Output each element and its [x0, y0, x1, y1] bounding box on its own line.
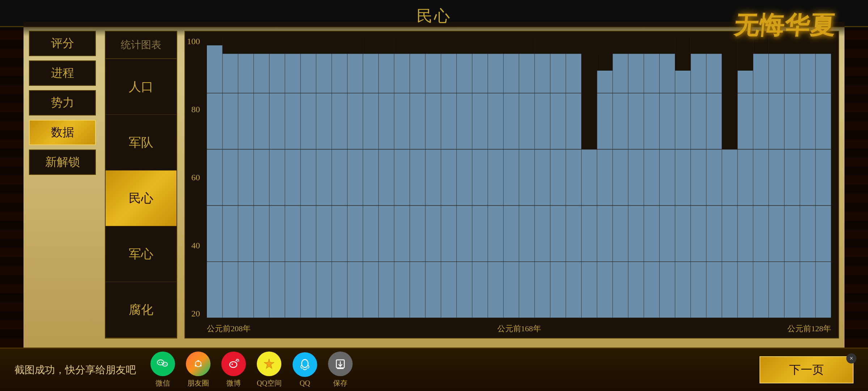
wechat-label: 微信 — [156, 378, 170, 388]
nav-btn-progress[interactable]: 进程 — [29, 60, 96, 86]
svg-point-71 — [195, 365, 197, 367]
game-logo: 无悔华夏 — [727, 2, 843, 49]
screenshot-message: 截图成功，快分享给朋友吧 — [14, 363, 136, 377]
y-label-80: 80 — [187, 105, 200, 114]
save-label: 保存 — [333, 378, 348, 388]
svg-point-69 — [197, 360, 199, 362]
nav-btn-unlock[interactable]: 新解锁 — [29, 150, 96, 175]
chart-svg — [207, 37, 831, 318]
next-page-button[interactable]: 下一页 × — [760, 356, 854, 383]
nav-panel: 评分 进程 势力 数据 新解锁 — [29, 31, 96, 175]
svg-point-70 — [200, 365, 202, 367]
svg-rect-50 — [394, 37, 519, 54]
svg-rect-58 — [722, 37, 737, 149]
qq-label: QQ — [299, 379, 310, 387]
share-qqspace-btn[interactable]: QQ空间 — [257, 352, 282, 388]
y-label-100: 100 — [187, 37, 200, 46]
svg-point-63 — [159, 362, 160, 363]
svg-rect-54 — [597, 37, 613, 71]
svg-point-72 — [230, 362, 237, 367]
nav-btn-data[interactable]: 数据 — [29, 120, 96, 145]
svg-point-62 — [157, 360, 164, 365]
nav-btn-power[interactable]: 势力 — [29, 90, 96, 115]
y-label-20: 20 — [187, 309, 200, 318]
sub-btn-corruption[interactable]: 腐化 — [106, 282, 176, 338]
chart-container: 100 80 60 40 20 — [184, 31, 839, 339]
sub-menu-panel: 统计图表 人口 军队 民心 军心 腐化 — [105, 31, 177, 339]
weibo-label: 微博 — [226, 378, 241, 388]
svg-rect-56 — [675, 37, 691, 71]
svg-rect-51 — [519, 37, 535, 54]
x-label-start: 公元前208年 — [207, 323, 251, 334]
x-label-end: 公元前128年 — [787, 323, 831, 334]
svg-rect-48 — [363, 37, 394, 54]
wechat-icon — [150, 352, 175, 376]
qqspace-label: QQ空间 — [257, 378, 282, 388]
right-border — [844, 27, 868, 348]
share-friends-btn[interactable]: 朋友圈 — [186, 352, 210, 388]
y-label-60: 60 — [187, 173, 200, 182]
chart-inner: 100 80 60 40 20 — [207, 37, 831, 318]
x-label-mid: 公元前168年 — [497, 323, 541, 334]
close-icon[interactable]: × — [846, 353, 856, 363]
svg-point-75 — [302, 360, 308, 367]
nav-btn-score[interactable]: 评分 — [29, 31, 96, 56]
share-wechat-btn[interactable]: 微信 — [150, 352, 175, 388]
sub-btn-population[interactable]: 人口 — [106, 59, 176, 115]
weibo-icon — [221, 352, 246, 376]
chart-y-labels: 100 80 60 40 20 — [187, 37, 200, 318]
svg-rect-46 — [207, 37, 222, 45]
y-label-40: 40 — [187, 241, 200, 250]
game-logo-text: 无悔华夏 — [733, 9, 837, 42]
svg-rect-53 — [582, 37, 597, 149]
friends-circle-icon — [186, 352, 210, 376]
sub-btn-military-morale[interactable]: 军心 — [106, 226, 176, 282]
save-icon — [328, 352, 353, 376]
sub-menu-header: 统计图表 — [106, 31, 176, 59]
share-weibo-btn[interactable]: 微博 — [221, 352, 246, 388]
sub-btn-army[interactable]: 军队 — [106, 115, 176, 171]
svg-rect-57 — [691, 37, 722, 54]
svg-point-66 — [163, 364, 164, 365]
share-save-btn[interactable]: 保存 — [328, 352, 353, 388]
bottom-bar: 截图成功，快分享给朋友吧 微信 — [0, 348, 868, 391]
svg-marker-74 — [264, 359, 274, 369]
left-border — [0, 27, 24, 348]
qq-icon — [293, 352, 317, 377]
svg-point-73 — [231, 363, 233, 365]
svg-point-64 — [161, 362, 162, 363]
sub-btn-morale[interactable]: 民心 — [106, 171, 176, 226]
share-buttons: 微信 朋友圈 — [150, 352, 353, 388]
svg-rect-55 — [613, 37, 675, 54]
page-title: 民心 — [417, 5, 451, 27]
svg-point-67 — [165, 364, 166, 365]
svg-rect-47 — [222, 37, 363, 54]
next-page-label: 下一页 — [789, 362, 824, 378]
share-qq-btn[interactable]: QQ — [293, 352, 317, 387]
friends-label: 朋友圈 — [187, 378, 209, 388]
qq-space-icon — [257, 352, 281, 376]
chart-x-labels: 公元前208年 公元前168年 公元前128年 — [207, 323, 831, 334]
